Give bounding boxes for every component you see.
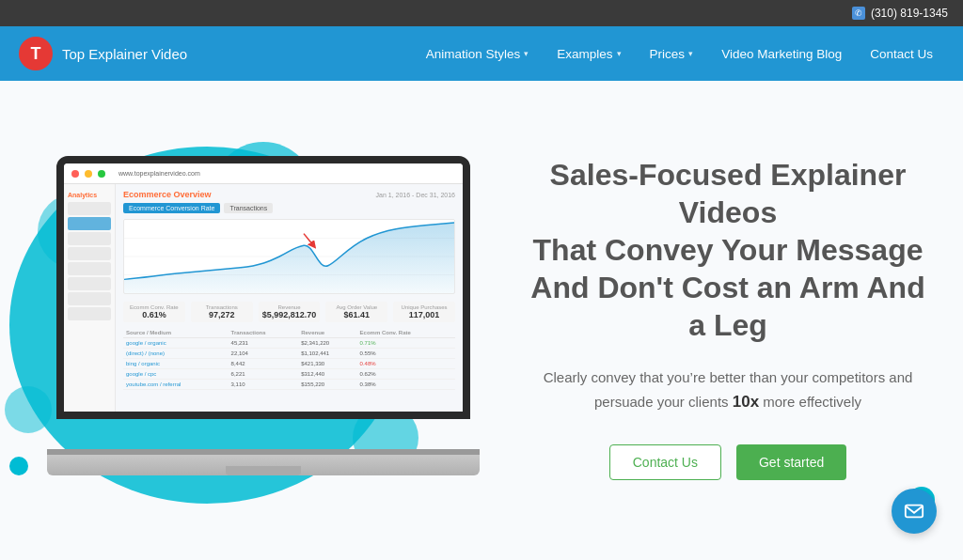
table-row: google / cpc 6,221 $312,440 0.62% <box>123 369 455 380</box>
table-row: bing / organic 8,442 $421,330 0.48% <box>123 359 455 369</box>
analytics-content: Analytics Ecommerce Overview <box>64 184 463 412</box>
nav-animation-styles[interactable]: Animation Styles ▾ <box>415 39 541 69</box>
col-rate: Ecomm Conv. Rate <box>357 328 455 338</box>
col-source: Source / Medium <box>123 328 229 338</box>
get-started-button[interactable]: Get started <box>736 444 846 480</box>
sidebar-item <box>68 292 111 305</box>
hero-title: Sales-Focused Explainer Videos That Conv… <box>530 156 925 344</box>
float-email-button[interactable] <box>892 489 937 534</box>
analytics-browser-bar: www.topexplainervideo.com <box>64 163 463 184</box>
contact-us-button[interactable]: Contact Us <box>609 444 721 480</box>
sidebar-item <box>68 277 111 290</box>
svg-point-4 <box>5 386 52 433</box>
table-row: (direct) / (none) 22,104 $1,102,441 0.55… <box>123 349 455 359</box>
stat-conversion: Ecomm Conv. Rate 0.61% <box>123 302 185 322</box>
date-range: Jan 1, 2016 - Dec 31, 2016 <box>376 192 455 198</box>
hero-buttons: Contact Us Get started <box>530 444 925 480</box>
decoration-circle-3 <box>9 457 28 475</box>
phone-info: ✆ (310) 819-1345 <box>852 7 948 20</box>
analytics-title-row: Ecommerce Overview Jan 1, 2016 - Dec 31,… <box>123 190 455 199</box>
laptop-mockup: www.topexplainervideo.com Analytics <box>47 156 480 475</box>
table-row: google / organic 45,231 $2,341,220 0.71% <box>123 338 455 349</box>
analytics-tab-transactions[interactable]: Transactions <box>224 203 273 213</box>
chevron-down-icon: ▾ <box>688 49 693 58</box>
sidebar-item <box>68 217 111 230</box>
nav-examples[interactable]: Examples ▾ <box>545 39 632 69</box>
sidebar-item <box>68 247 111 260</box>
stat-transactions: Transactions 97,272 <box>191 302 253 322</box>
nav-links: Animation Styles ▾ Examples ▾ Prices ▾ V… <box>415 39 944 69</box>
navbar: T Top Explainer Video Animation Styles ▾… <box>0 26 963 81</box>
hero-subtitle: Clearly convey that you’re better than y… <box>530 366 925 414</box>
analytics-tab-conversion[interactable]: Ecommerce Conversion Rate <box>123 203 220 213</box>
nav-prices[interactable]: Prices ▾ <box>639 39 705 69</box>
analytics-sidebar: Analytics <box>64 184 116 412</box>
laptop-screen: www.topexplainervideo.com Analytics <box>56 156 470 419</box>
nav-blog[interactable]: Video Marketing Blog <box>710 39 853 69</box>
phone-icon: ✆ <box>852 7 865 20</box>
analytics-stats: Ecomm Conv. Rate 0.61% Transactions 97,2… <box>123 302 455 322</box>
stat-unique: Unique Purchases 117,001 <box>393 302 455 322</box>
chart-svg <box>124 220 454 293</box>
laptop-base <box>47 455 480 475</box>
logo-letter: T <box>31 44 41 64</box>
sidebar-item <box>68 202 111 215</box>
analytics-logo: Analytics <box>64 188 115 200</box>
analytics-main: Ecommerce Overview Jan 1, 2016 - Dec 31,… <box>116 184 463 412</box>
svg-line-8 <box>304 234 313 246</box>
window-min-dot <box>85 170 92 178</box>
email-icon <box>904 501 924 521</box>
analytics-table: Source / Medium Transactions Revenue Eco… <box>123 328 455 390</box>
stat-revenue: Revenue $5,992,812.70 <box>259 302 321 322</box>
logo-circle: T <box>19 37 53 70</box>
col-transactions: Transactions <box>229 328 299 338</box>
nav-brand: Top Explainer Video <box>62 46 187 62</box>
analytics-tabs: Ecommerce Conversion Rate Transactions <box>123 203 455 213</box>
table-row: youtube.com / referral 3,110 $155,220 0.… <box>123 380 455 390</box>
nav-logo[interactable]: T Top Explainer Video <box>19 37 187 70</box>
hero-section: www.topexplainervideo.com Analytics <box>0 81 963 560</box>
analytics-chart <box>123 219 455 294</box>
hero-content: Sales-Focused Explainer Videos That Conv… <box>530 156 925 480</box>
svg-rect-9 <box>906 506 923 518</box>
col-revenue: Revenue <box>298 328 356 338</box>
top-bar: ✆ (310) 819-1345 <box>0 0 963 26</box>
phone-number: (310) 819-1345 <box>871 7 948 20</box>
chevron-down-icon: ▾ <box>524 49 529 58</box>
nav-contact-us[interactable]: Contact Us <box>859 39 944 69</box>
laptop-screen-inner: www.topexplainervideo.com Analytics <box>64 163 463 412</box>
chevron-down-icon: ▾ <box>617 49 622 58</box>
url-bar: www.topexplainervideo.com <box>118 170 200 177</box>
sidebar-item <box>68 232 111 245</box>
window-max-dot <box>98 170 105 178</box>
sidebar-item <box>68 307 111 320</box>
laptop-notch <box>226 466 301 475</box>
analytics-title: Ecommerce Overview <box>123 190 212 199</box>
window-close-dot <box>71 170 79 178</box>
stat-avg-order: Avg Order Value $61.41 <box>325 302 387 322</box>
sidebar-item <box>68 262 111 275</box>
